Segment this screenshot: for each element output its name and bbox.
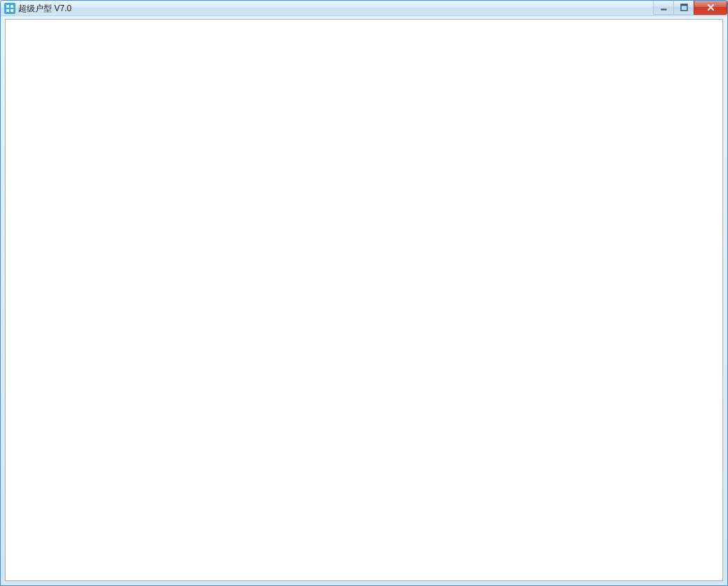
svg-rect-3 [11, 9, 13, 12]
close-icon [706, 4, 715, 11]
close-button[interactable] [694, 1, 727, 15]
window-controls [654, 1, 727, 15]
svg-rect-2 [6, 9, 9, 12]
maximize-button[interactable] [673, 1, 694, 15]
application-window: 超级户型 V7.0 [0, 0, 728, 586]
maximize-icon [680, 4, 689, 11]
minimize-button[interactable] [653, 1, 674, 15]
svg-rect-0 [6, 5, 9, 8]
content-area [5, 19, 723, 581]
minimize-icon [659, 4, 668, 11]
window-title: 超级户型 V7.0 [18, 1, 72, 16]
app-icon [4, 3, 15, 14]
svg-rect-6 [681, 4, 687, 6]
svg-rect-1 [11, 5, 13, 8]
svg-rect-4 [661, 8, 667, 11]
titlebar[interactable]: 超级户型 V7.0 [1, 1, 727, 16]
